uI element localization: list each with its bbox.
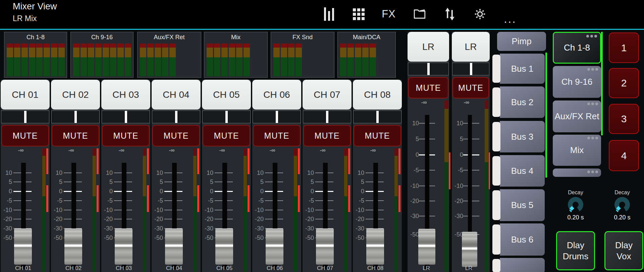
fader-handle[interactable] [165, 228, 183, 265]
level-meter [93, 148, 96, 271]
bus-select-button[interactable]: Pimp [497, 32, 546, 51]
bus-item-partial[interactable] [500, 258, 545, 272]
meter-bridge-meters [273, 44, 302, 76]
channel-strip: CH 05 MUTE -∞ 1050-5-10-20-30-50 CH 05 [202, 80, 251, 272]
fader-scale-label: 0 [203, 188, 213, 195]
level-meter [193, 148, 197, 271]
bank-button[interactable]: 1 [609, 32, 639, 63]
bus-select-button[interactable]: Bus 2 [500, 86, 545, 118]
fader-scale-label: -30 [303, 225, 314, 232]
decay-knob[interactable] [568, 197, 583, 212]
meter-segment [51, 44, 57, 76]
layer-select-button[interactable]: Ch 1-8 [553, 32, 601, 64]
fader-handle[interactable] [115, 228, 132, 265]
meter-segment [347, 44, 354, 76]
meter-bridge-group[interactable]: FX Snd [271, 32, 334, 78]
fader-scale-label: -20 [203, 216, 213, 222]
layer-select-button[interactable]: Ch 9-16 [553, 66, 601, 98]
fader-handle[interactable] [316, 228, 334, 265]
fader-scale-label: 0 [408, 151, 419, 158]
page-subtitle: LR Mix [13, 14, 37, 23]
fx-mute-button[interactable]: Dlay Vox [604, 231, 643, 270]
meter-segment [125, 44, 131, 76]
gain-reduction-meter [97, 148, 99, 174]
fader-scale-label: -30 [203, 225, 213, 232]
fader-scale-label: -5 [354, 197, 364, 204]
meter-bridge-group[interactable]: Main/DCA [337, 32, 396, 78]
layer-select-button[interactable]: Aux/FX Ret [553, 100, 601, 132]
meter-bridge-group[interactable]: Ch 9-16 [70, 32, 133, 78]
decay-knob[interactable] [614, 197, 630, 212]
level-meter [143, 148, 146, 271]
fader-handle[interactable] [462, 232, 477, 267]
sort-icon[interactable] [441, 6, 458, 22]
fader-scale-label: 5 [1, 179, 12, 185]
meters-view-icon[interactable] [321, 6, 337, 22]
fader-scale-label: 10 [354, 169, 364, 176]
bus-select-button[interactable]: Bus 3 [500, 121, 545, 152]
level-meter [42, 148, 46, 271]
fader-scale-label: -20 [303, 216, 314, 222]
bank-button[interactable]: 4 [609, 140, 639, 171]
meter-bridge-group[interactable]: Mix [204, 32, 268, 78]
meter-bridge-meters [73, 44, 131, 76]
fx-mute-button[interactable]: Dlay Drums [556, 231, 595, 270]
bank-button[interactable]: 3 [609, 104, 639, 134]
level-meter [344, 148, 347, 271]
drag-dots-icon [587, 171, 598, 173]
gain-reduction-meter [147, 185, 149, 212]
meter-segment [7, 44, 13, 76]
bus-select-button[interactable]: Bus 1 [500, 54, 545, 84]
gain-reduction-meter [298, 185, 300, 212]
fader-handle[interactable] [14, 228, 32, 265]
fader-handle[interactable] [366, 228, 384, 265]
channel-strip: LR MUTE -∞ 1050-5-10-20-30-50 LR [452, 32, 490, 272]
more-icon[interactable]: ... [502, 6, 519, 27]
fx-icon[interactable]: FX [380, 6, 397, 22]
meter-bridge-group[interactable]: Ch 1-8 [4, 32, 67, 78]
meter-bridge-group-label: Mix [204, 34, 267, 41]
meter-bridge-group[interactable]: Aux/FX Ret [137, 32, 201, 78]
meter-bridge-group-label: Aux/FX Ret [138, 34, 201, 41]
fader-scale-label: -50 [303, 234, 314, 241]
scenes-folder-icon[interactable] [411, 6, 428, 22]
bus-select-button[interactable]: Bus 4 [500, 155, 545, 187]
strip-bottom-label: CH 06 [252, 265, 297, 272]
fader-scale-label: 5 [102, 179, 113, 185]
bank-button[interactable]: 2 [609, 68, 639, 98]
meter-segment [36, 44, 43, 76]
meter-segment [362, 44, 369, 76]
bus-select-button[interactable]: Bus 5 [500, 189, 545, 221]
fader-scale-label: 10 [408, 120, 419, 127]
channel-grid-icon[interactable] [350, 6, 367, 22]
fader-scale-label: -5 [203, 197, 213, 204]
gain-reduction-meter [348, 148, 350, 174]
bus-label: Bus 2 [511, 97, 534, 108]
gear-icon[interactable] [472, 6, 488, 22]
gain-reduction-meter [197, 185, 199, 212]
fader-handle[interactable] [64, 228, 82, 265]
fader-scale-label: 0 [253, 188, 264, 195]
fader-scale-label: -5 [303, 197, 314, 204]
strip-bottom-label: CH 05 [202, 265, 247, 272]
fader-scale-label: -5 [152, 197, 163, 204]
level-meter [244, 148, 247, 271]
strip-bottom-label: CH 03 [101, 265, 146, 272]
bus-label: Bus 6 [511, 234, 534, 245]
gain-reduction-meter [398, 148, 400, 174]
layer-select-button[interactable]: Mix [553, 135, 601, 166]
fader-handle[interactable] [215, 228, 233, 265]
fader-handle[interactable] [266, 228, 283, 265]
bus-select-button[interactable]: Bus 6 [500, 223, 545, 256]
fader-scale-label: 10 [452, 120, 463, 127]
fader-scale-label: -10 [303, 207, 314, 213]
layer-label: Mix [570, 145, 584, 155]
meter-segment [110, 44, 116, 76]
fader-scale-label: 5 [354, 179, 364, 185]
channel-strip: CH 06 MUTE -∞ 1050-5-10-20-30-50 CH 06 [252, 80, 301, 272]
gain-reduction-meter [398, 185, 400, 212]
bus-label: Pimp [512, 36, 531, 47]
layer-item-partial[interactable] [553, 168, 601, 177]
level-meter [444, 100, 448, 271]
fader-handle[interactable] [418, 229, 435, 265]
